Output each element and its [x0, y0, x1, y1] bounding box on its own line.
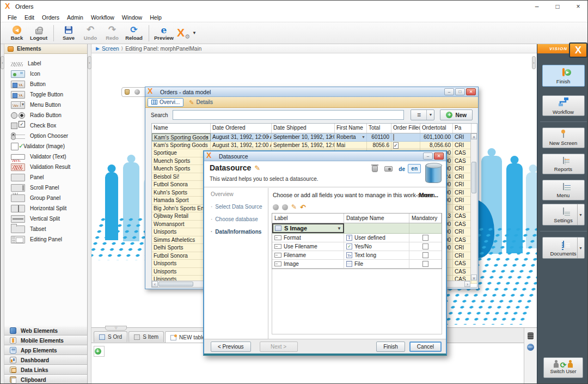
cell[interactable]: 601,100.00	[420, 133, 453, 141]
cell[interactable]: Sportique	[152, 149, 211, 157]
cell[interactable]: Roberta▼	[335, 133, 367, 141]
cell[interactable]: CRI	[453, 228, 471, 236]
accordion-web-elements[interactable]: Web Elements	[4, 326, 87, 336]
search-input[interactable]	[173, 110, 405, 120]
language-en-button[interactable]: en	[408, 164, 421, 173]
chevron-down-icon[interactable]: ▼	[329, 135, 333, 139]
save-button[interactable]: Save	[58, 23, 79, 43]
redo-button[interactable]: ↷Redo	[102, 23, 122, 43]
close-button[interactable]: ✕	[434, 153, 444, 160]
finish-button[interactable]: Finish	[376, 342, 405, 352]
bottom-tab-s-ord[interactable]: S Ord	[94, 331, 127, 342]
accordion-mobile-elements[interactable]: Mobile Elements	[4, 336, 87, 345]
menu-file[interactable]: File	[4, 14, 21, 21]
cell[interactable]: September 10, 1992, 12:00 AM▼	[272, 133, 335, 141]
chevron-down-icon[interactable]: ▼	[192, 31, 197, 35]
tab-overvi[interactable]: Overvi...	[148, 98, 183, 107]
cell[interactable]: CRI	[453, 252, 471, 260]
reports-button[interactable]: Reports	[542, 154, 585, 174]
cell[interactable]: August 31, 1992, 12:00 AM	[211, 142, 272, 149]
language-de-link[interactable]: de	[399, 166, 405, 172]
maximize-button[interactable]: □	[547, 1, 568, 13]
group-row-editor[interactable]: S Image ▼	[272, 223, 344, 233]
cell[interactable]: CRI	[453, 173, 471, 181]
column-header-ordertotal[interactable]: Ordertotal	[420, 124, 453, 133]
scroll-right-icon[interactable]: ›	[464, 281, 470, 287]
chevron-down-icon[interactable]: ▼	[337, 226, 341, 231]
cell[interactable]: CRI	[453, 133, 471, 141]
previous-button[interactable]: < Previous	[211, 342, 251, 352]
table-row[interactable]: Kam's Sporting Goods▼August 31, 1992, 12…	[152, 133, 477, 142]
chevron-down-icon[interactable]: ▼	[362, 135, 365, 139]
cell[interactable]: Kuhn's Sports	[152, 189, 211, 197]
scroll-up-icon[interactable]: ∧	[471, 133, 477, 139]
undo-button[interactable]: ↶Undo	[80, 23, 101, 43]
new-screen-button[interactable]: New Screen	[542, 127, 585, 148]
cell[interactable]: Mai	[335, 142, 367, 149]
column-header-first-name[interactable]: First Name	[335, 124, 367, 133]
cell[interactable]: Ojibway Retail	[152, 212, 211, 220]
cell[interactable]: CRI	[453, 189, 471, 197]
element-item-editing-panel[interactable]: Editing Panel	[4, 234, 87, 245]
accordion-clipboard[interactable]: Clipboard	[4, 375, 87, 384]
menu-admin[interactable]: Admin	[63, 14, 87, 21]
element-item-vertical-split[interactable]: Vertical Split	[4, 214, 87, 224]
mandatory-checkbox[interactable]	[422, 261, 428, 267]
cell[interactable]: Muench Sports	[152, 157, 211, 165]
scroll-down-icon[interactable]: ∨	[471, 275, 477, 281]
reset-fields-icon[interactable]: ↶	[300, 204, 306, 210]
cell[interactable]: Beisbol Si!	[152, 173, 211, 181]
cell[interactable]: Futbol Sonora	[152, 181, 211, 188]
column-header-order-filled[interactable]: Order Filled	[391, 124, 420, 133]
cell[interactable]: Womansport	[152, 221, 211, 228]
cell[interactable]: CRI	[453, 244, 471, 252]
element-item-label[interactable]: Label	[4, 58, 87, 69]
collapse-handle-icon[interactable]: ›	[532, 56, 536, 69]
cell[interactable]: CAS	[453, 157, 471, 165]
mandatory-checkbox[interactable]	[422, 252, 428, 258]
bottom-tab-s-item[interactable]: S Item	[128, 331, 164, 342]
element-item-scroll-panel[interactable]: Scroll Panel	[4, 182, 87, 193]
cell[interactable]: 8,056.60	[420, 142, 453, 149]
cell[interactable]: 8056.6	[367, 142, 391, 149]
back-button[interactable]: ◀Back	[7, 23, 27, 43]
element-item-radio-button[interactable]: Radio Button	[4, 110, 87, 120]
menu-orders[interactable]: Orders	[38, 14, 63, 21]
column-header-date-ordered[interactable]: Date Ordered	[211, 124, 272, 133]
edit-pencil-icon[interactable]: ✎	[254, 164, 260, 172]
cell[interactable]: Kam's Sporting Goods	[152, 142, 211, 149]
cell[interactable]: CRI	[453, 205, 471, 212]
column-header-name[interactable]: Name	[152, 124, 211, 133]
scroll-left-icon[interactable]: ‹	[152, 281, 158, 287]
accordion-dashboard[interactable]: Dashboard	[4, 355, 87, 365]
finish-button[interactable]: Finish	[542, 65, 585, 87]
field-row-filename[interactable]: FilenameTeText long	[272, 251, 442, 260]
cell[interactable]: CRI	[453, 142, 471, 149]
cell[interactable]: Futbol Sonora	[152, 252, 211, 260]
edit-field-icon[interactable]: ✎	[291, 204, 297, 210]
bucket-icon[interactable]	[125, 89, 130, 95]
accordion-app-elements[interactable]: App Elements	[4, 345, 87, 355]
element-item-horizontal-split[interactable]: Horizontal Split	[4, 203, 87, 214]
tab-details[interactable]: ✎Details	[186, 98, 216, 107]
cell[interactable]: Muench Sports	[152, 165, 211, 173]
cell[interactable]: Delhi Sports	[152, 244, 211, 252]
chevron-down-icon[interactable]: ▼	[205, 136, 209, 139]
cell[interactable]: August 31, 1992, 12:00 AM▼	[211, 133, 272, 141]
switch-user-button[interactable]: ⟳ Switch User	[543, 357, 583, 378]
field-row-format[interactable]: FormatTUser defined	[272, 234, 442, 242]
cell[interactable]	[391, 133, 420, 141]
collapse-handle-icon[interactable]: ‹	[1, 56, 4, 69]
cell[interactable]: CRI	[453, 181, 471, 188]
menu-window[interactable]: Window	[118, 14, 146, 21]
element-item-check-box[interactable]: Check Box	[4, 120, 87, 131]
sidebar-splitter[interactable]: ‹	[88, 44, 91, 384]
visionx-logo-icon[interactable]	[175, 27, 189, 39]
image-icon[interactable]	[384, 166, 393, 172]
column-header-date-shipped[interactable]: Date Shipped	[272, 124, 335, 133]
trash-icon[interactable]	[372, 166, 378, 172]
menu-edit[interactable]: Edit	[21, 14, 38, 21]
cell[interactable]: CAS	[453, 221, 471, 228]
maximize-button[interactable]: □	[455, 88, 465, 95]
close-button[interactable]: ✕	[466, 88, 476, 95]
